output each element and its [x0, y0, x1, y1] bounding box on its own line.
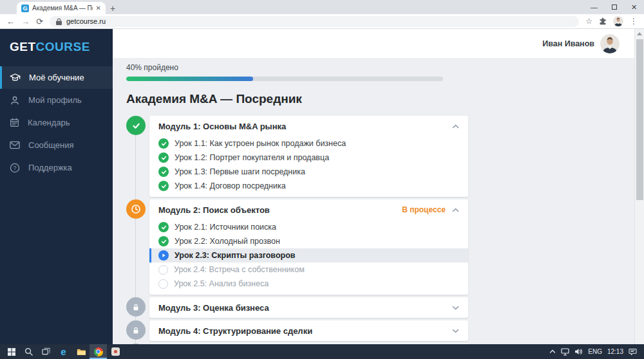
edge-icon: e	[61, 347, 66, 356]
lesson-play-icon	[158, 250, 169, 261]
lock-icon	[132, 303, 140, 311]
clock[interactable]: 12:13	[607, 348, 623, 355]
sidebar-item-messages[interactable]: Сообщения	[0, 134, 113, 156]
forward-icon[interactable]: →	[21, 17, 30, 26]
taskbar-search-button[interactable]	[20, 344, 37, 359]
chrome-icon	[94, 347, 103, 356]
check-icon	[161, 239, 167, 244]
bookmark-star-icon[interactable]: ☆	[585, 17, 592, 25]
module-row: Модуль 3: Оценка бизнеса	[126, 297, 634, 318]
task-view-button[interactable]	[37, 344, 55, 359]
browser-tab[interactable]: G Академия M&A — Посредник ✕	[17, 2, 106, 14]
browser-profile-avatar[interactable]	[613, 16, 623, 26]
getcourse-app: GETCOURSE Моё обучение Мой профиль Кален…	[0, 29, 644, 344]
action-center-icon[interactable]	[629, 348, 637, 356]
new-tab-button[interactable]: +	[106, 2, 120, 14]
scroll-up-arrow-icon[interactable]	[637, 32, 642, 35]
page-scrollbar[interactable]	[634, 29, 644, 344]
lesson-check-icon	[158, 236, 169, 246]
file-explorer-button[interactable]	[72, 344, 90, 359]
folder-icon	[77, 348, 86, 356]
network-icon[interactable]	[561, 348, 569, 356]
browser-menu-icon[interactable]: ⋮	[630, 17, 638, 25]
module-card: Модуль 2: Поиск объектовВ процессеУрок 2…	[149, 199, 468, 295]
start-button[interactable]	[3, 344, 20, 359]
course-title: Академия M&A — Посредник	[126, 92, 634, 106]
screen: G Академия M&A — Посредник ✕ + — ✕ ← → ⟳…	[0, 0, 644, 359]
sidebar-item-calendar[interactable]: Календарь	[0, 111, 113, 134]
tab-close-icon[interactable]: ✕	[96, 5, 101, 12]
lesson-empty-circle-icon	[158, 265, 168, 275]
maximize-button[interactable]	[604, 0, 624, 14]
language-indicator[interactable]: ENG	[588, 348, 602, 355]
back-icon[interactable]: ←	[6, 17, 15, 26]
sidebar-item-support[interactable]: ? Поддержка	[0, 156, 113, 179]
sidebar-menu: Моё обучение Мой профиль Календарь Сообщ…	[0, 66, 113, 179]
sidebar-item-my-learning[interactable]: Моё обучение	[0, 66, 113, 89]
lesson-check-icon	[158, 138, 169, 149]
progress-bar	[126, 77, 443, 81]
lesson-title: Урок 1.1: Как устроен рынок продажи бизн…	[175, 139, 346, 148]
topbar: Иван Иванов	[113, 29, 644, 58]
url-text: getcourse.ru	[66, 17, 106, 25]
app-icon	[111, 347, 120, 356]
browser-addressbar: ← → ⟳ getcourse.ru ☆ ⋮	[0, 14, 644, 29]
refresh-icon[interactable]: ⟳	[36, 17, 43, 26]
extensions-puzzle-icon[interactable]	[599, 17, 607, 25]
minimize-button[interactable]: —	[584, 0, 604, 14]
module-locked-icon	[126, 320, 146, 340]
check-icon	[132, 122, 140, 130]
check-icon	[161, 183, 167, 189]
speaker-icon[interactable]	[574, 348, 583, 355]
progress-label: 40% пройдено	[126, 63, 634, 72]
lesson-row[interactable]: Урок 1.1: Как устроен рынок продажи бизн…	[149, 136, 468, 151]
module-row: Модуль 1: Основы M&A рынкаУрок 1.1: Как …	[126, 116, 634, 197]
lesson-row[interactable]: Урок 1.4: Договор посредника	[149, 179, 468, 193]
chevron-up-icon	[452, 208, 459, 212]
lesson-row[interactable]: Урок 2.5: Анализ бизнеса	[149, 277, 468, 291]
progress-fill	[126, 77, 253, 81]
chrome-button[interactable]	[90, 344, 107, 359]
play-icon	[161, 253, 166, 258]
lesson-title: Урок 2.5: Анализ бизнеса	[174, 279, 269, 288]
envelope-icon	[10, 141, 20, 149]
window-controls: — ✕	[584, 0, 644, 14]
lessons-list: Урок 1.1: Как устроен рынок продажи бизн…	[149, 136, 468, 197]
calendar-icon	[10, 118, 19, 127]
lessons-list: Урок 2.1: Источники поискаУрок 2.2: Холо…	[149, 220, 468, 295]
pinned-app-button[interactable]	[107, 344, 124, 359]
user-avatar[interactable]	[600, 34, 620, 53]
lesson-title: Урок 1.4: Договор посредника	[175, 181, 286, 190]
lesson-title: Урок 2.1: Источники поиска	[175, 223, 276, 232]
lesson-check-icon	[158, 222, 169, 232]
lesson-row[interactable]: Урок 2.2: Холодный прозвон	[149, 234, 468, 248]
tab-title: Академия M&A — Посредник	[32, 5, 93, 12]
lesson-title: Урок 1.3: Первые шаги посредника	[175, 167, 305, 176]
lesson-title: Урок 2.2: Холодный прозвон	[175, 237, 280, 246]
lesson-row[interactable]: Урок 2.3: Скрипты разговоров	[149, 248, 468, 262]
chevron-down-icon	[452, 329, 459, 333]
module-header[interactable]: Модуль 1: Основы M&A рынка	[149, 116, 468, 136]
check-icon	[161, 141, 167, 147]
main-area: Иван Иванов 40% пройдено Академия M&A — …	[113, 29, 644, 344]
module-row: Модуль 2: Поиск объектовВ процессеУрок 2…	[126, 199, 634, 295]
lesson-row[interactable]: Урок 1.2: Портрет покупателя и продавца	[149, 151, 468, 165]
module-header[interactable]: Модуль 4: Структурирование сделки	[149, 320, 468, 341]
edge-button[interactable]: e	[55, 344, 72, 359]
module-in-progress-icon	[126, 199, 146, 219]
lesson-row[interactable]: Урок 2.4: Встреча с собственником	[149, 262, 468, 277]
scrollbar-thumb[interactable]	[636, 39, 643, 200]
module-header[interactable]: Модуль 3: Оценка бизнеса	[149, 297, 468, 318]
tray-chevron-up-icon[interactable]	[549, 349, 556, 354]
module-status-badge: В процессе	[402, 205, 446, 214]
url-bar[interactable]: getcourse.ru	[50, 16, 579, 27]
close-window-button[interactable]: ✕	[624, 0, 644, 14]
lesson-row[interactable]: Урок 2.1: Источники поиска	[149, 220, 468, 234]
lesson-row[interactable]: Урок 1.3: Первые шаги посредника	[149, 165, 468, 179]
sidebar-item-label: Моё обучение	[29, 73, 84, 82]
module-completed-icon	[126, 116, 146, 135]
sidebar-item-profile[interactable]: Мой профиль	[0, 89, 113, 111]
module-header[interactable]: Модуль 2: Поиск объектовВ процессе	[149, 199, 468, 220]
module-row: Модуль 4: Структурирование сделки	[126, 320, 634, 341]
getcourse-favicon-icon: G	[21, 5, 29, 12]
